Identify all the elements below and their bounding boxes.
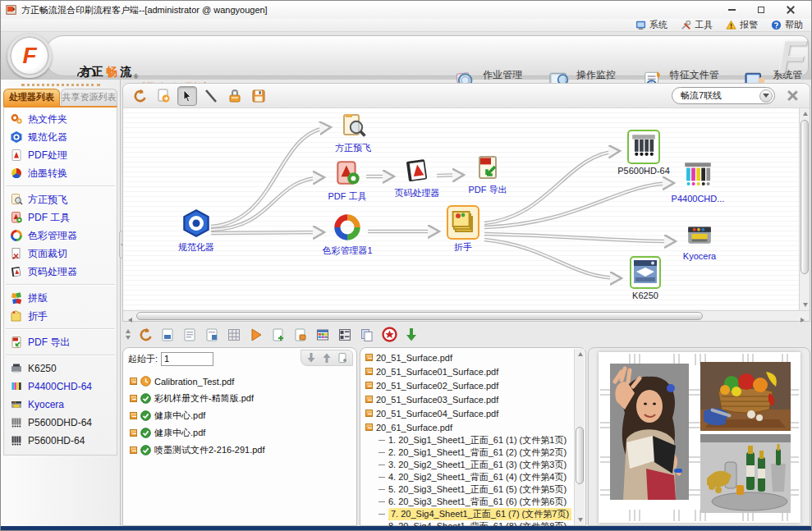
scroll-up-icon[interactable] bbox=[575, 349, 585, 359]
tree-expand-icon[interactable] bbox=[130, 412, 137, 419]
grid-view-button[interactable] bbox=[225, 326, 243, 344]
table-view-button[interactable] bbox=[314, 326, 332, 344]
add-file-button[interactable] bbox=[269, 326, 287, 344]
tree-expand-icon[interactable] bbox=[130, 378, 137, 385]
node-pdf-export[interactable]: PDF 导出 bbox=[458, 154, 517, 196]
sheet-page-row[interactable]: 2. 20_Sig1_Sheet1_背面_61 (2) (文件第2页) bbox=[360, 446, 585, 459]
tree-expand-icon[interactable] bbox=[365, 368, 373, 375]
tree-expand-icon[interactable] bbox=[365, 354, 373, 361]
surface-file-row[interactable]: 20_51_Surface03_Surface.pdf bbox=[360, 392, 585, 406]
sidebar-item-folding[interactable]: 折手 bbox=[4, 307, 117, 325]
minimize-button[interactable] bbox=[723, 4, 741, 16]
tree-expand-icon[interactable] bbox=[130, 446, 137, 454]
node-pdf-tools[interactable]: PDF 工具 bbox=[318, 159, 377, 203]
node-printer-p4400[interactable]: P4400CHD... bbox=[668, 161, 727, 204]
job-file-row[interactable]: 彩机样册文件-精简版.pdf bbox=[130, 390, 353, 407]
job-file-row[interactable]: 健康中心.pdf bbox=[130, 407, 353, 424]
tab-processor-list[interactable]: 处理器列表 bbox=[3, 89, 60, 106]
sidebar-item-ink-convert[interactable]: 油墨转换 bbox=[4, 164, 117, 182]
surface-file-row[interactable]: 20_51_Surface01_Surface.pdf bbox=[360, 364, 585, 378]
layout-view-button[interactable] bbox=[336, 326, 354, 344]
workflow-canvas[interactable]: 规范化器 方正预飞 PDF 工具 页码处理器 PDF 导出 色彩管理器1 bbox=[123, 108, 810, 310]
sheet-page-row[interactable]: 3. 20_Sig2_Sheet1_正面_61 (3) (文件第3页) bbox=[360, 459, 585, 471]
download-button[interactable] bbox=[402, 326, 420, 344]
menu-alarm[interactable]: 报警 bbox=[726, 19, 758, 31]
node-normalizer[interactable]: 规范化器 bbox=[167, 208, 226, 254]
node-printer-kyocera[interactable]: Kyocera bbox=[670, 220, 729, 261]
splitter-arrows[interactable] bbox=[126, 329, 131, 340]
sidebar-item-preflight[interactable]: 方正预飞 bbox=[4, 190, 117, 208]
scroll-up-icon[interactable] bbox=[800, 108, 810, 119]
scroll-down-icon[interactable] bbox=[800, 300, 810, 310]
move-up-icon[interactable] bbox=[321, 352, 333, 364]
sidebar-item-printer-kyocera[interactable]: Kyocera bbox=[4, 396, 117, 414]
canvas-hscrollbar[interactable] bbox=[123, 310, 810, 321]
tree-expand-icon[interactable] bbox=[365, 423, 373, 431]
sidebar-item-printer-p5600hd[interactable]: P5600HD-64 bbox=[4, 432, 117, 450]
job-copy-button[interactable] bbox=[203, 326, 221, 344]
sheet-page-row[interactable]: 4. 20_Sig2_Sheet1_背面_61 (4) (文件第4页) bbox=[360, 471, 585, 483]
surface-file-row[interactable]: 20_61_Surface.pdf bbox=[360, 420, 585, 434]
tree-expand-icon[interactable] bbox=[365, 382, 373, 389]
job-file-row[interactable]: Calibration_Test.pdf bbox=[130, 373, 353, 390]
node-printer-p5600hd[interactable]: P5600HD-64 bbox=[614, 130, 673, 176]
sidebar-item-printer-k6250[interactable]: K6250 bbox=[4, 359, 117, 378]
restore-button[interactable] bbox=[752, 4, 770, 16]
lock-button[interactable] bbox=[225, 86, 245, 106]
duplicate-pages-button[interactable] bbox=[358, 326, 376, 344]
node-printer-k6250[interactable]: K6250 bbox=[616, 256, 675, 300]
node-preflight[interactable]: 方正预飞 bbox=[323, 112, 383, 154]
tree-expand-icon[interactable] bbox=[130, 395, 137, 402]
select-tool-button[interactable] bbox=[177, 86, 197, 106]
close-workflow-icon[interactable] bbox=[787, 89, 798, 101]
tree-expand-icon[interactable] bbox=[365, 410, 373, 417]
canvas-hscroll-thumb[interactable] bbox=[136, 312, 703, 320]
node-folding[interactable]: 折手 bbox=[434, 205, 493, 254]
sidebar-item-page-number[interactable]: 页码处理器 bbox=[4, 263, 117, 281]
sheet-page-row[interactable]: 6. 20_Sig3_Sheet1_背面_61 (6) (文件第6页) bbox=[360, 496, 585, 508]
preview-page[interactable] bbox=[599, 352, 801, 523]
sheet-page-row-selected[interactable]: 7. 20_Sig4_Sheet1_正面_61 (7) (文件第7页) bbox=[360, 508, 585, 520]
sidebar-item-printer-p4400[interactable]: P4400CHD-64 bbox=[4, 378, 117, 396]
sidebar-item-pdf-tools[interactable]: PDF 工具 bbox=[4, 208, 117, 227]
sidebar-grip[interactable] bbox=[21, 84, 100, 86]
move-down-icon[interactable] bbox=[305, 352, 317, 364]
canvas-vscroll-thumb[interactable] bbox=[801, 120, 809, 274]
undo-button[interactable] bbox=[130, 86, 149, 106]
job-file-row[interactable]: 喷墨测试文件2-216-291.pdf bbox=[130, 442, 353, 459]
new-flow-button[interactable] bbox=[154, 86, 173, 106]
canvas-vscrollbar[interactable] bbox=[799, 108, 810, 310]
job-undo-button[interactable] bbox=[136, 326, 154, 344]
stop-job-button[interactable] bbox=[380, 326, 398, 344]
surface-file-row[interactable]: 20_51_Surface04_Surface.pdf bbox=[360, 406, 585, 420]
chevron-down-icon[interactable] bbox=[759, 89, 773, 103]
stamp-file-button[interactable] bbox=[291, 326, 310, 344]
menu-tools[interactable]: 工具 bbox=[681, 19, 713, 31]
pages-vscroll-thumb[interactable] bbox=[576, 427, 584, 484]
surface-file-row[interactable]: 20_51_Surface.pdf bbox=[360, 350, 585, 364]
pages-vscrollbar[interactable] bbox=[574, 349, 585, 525]
sheet-page-row[interactable]: 5. 20_Sig3_Sheet1_正面_61 (5) (文件第5页) bbox=[360, 483, 585, 496]
node-color-manager[interactable]: 色彩管理器1 bbox=[318, 213, 377, 257]
tree-expand-icon[interactable] bbox=[130, 429, 137, 437]
sidebar-item-printer-p5600dhd[interactable]: P5600DHD-64 bbox=[4, 414, 117, 432]
sidebar-item-imposition[interactable]: 拼版 bbox=[4, 289, 117, 307]
sidebar-item-normalizer[interactable]: 规范化器 bbox=[4, 128, 117, 146]
workflow-select[interactable]: 畅流7联线 bbox=[672, 87, 775, 104]
tab-shared-resources[interactable]: 共享资源列表 bbox=[61, 89, 117, 106]
save-button[interactable] bbox=[249, 86, 268, 106]
sidebar-item-color-manager[interactable]: 色彩管理器 bbox=[4, 227, 117, 245]
menu-system[interactable]: 系统 bbox=[635, 19, 667, 31]
close-button[interactable] bbox=[782, 4, 800, 16]
sidebar-item-hot-folder[interactable]: 热文件夹 bbox=[4, 110, 117, 128]
job-submit-button[interactable] bbox=[158, 326, 177, 344]
job-info-button[interactable] bbox=[181, 326, 199, 344]
line-tool-button[interactable] bbox=[201, 86, 221, 106]
node-page-number[interactable]: 页码处理器 bbox=[388, 156, 447, 199]
sidebar-item-page-crop[interactable]: 页面裁切 bbox=[4, 245, 117, 263]
start-job-button[interactable] bbox=[247, 326, 265, 344]
tree-expand-icon[interactable] bbox=[365, 396, 373, 403]
sidebar-item-pdf-process[interactable]: PDF处理 bbox=[4, 146, 117, 164]
sheet-page-row[interactable]: 1. 20_Sig1_Sheet1_正面_61 (1) (文件第1页) bbox=[360, 434, 585, 446]
new-job-icon[interactable] bbox=[337, 352, 348, 364]
